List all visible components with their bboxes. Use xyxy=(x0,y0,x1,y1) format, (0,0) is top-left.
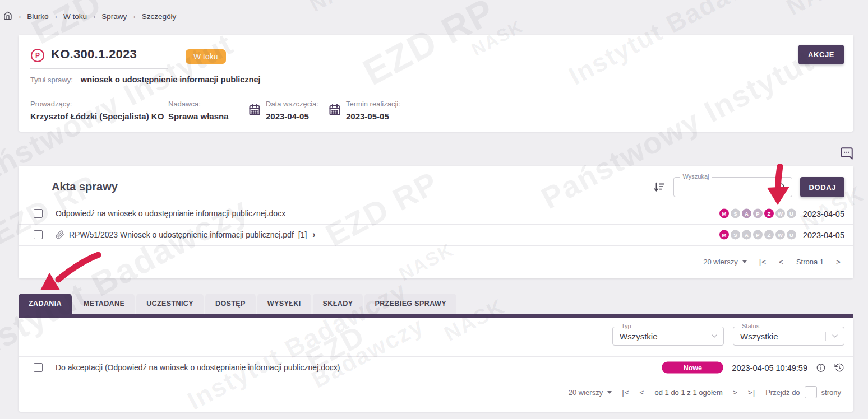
doc-status-badge-z: Z xyxy=(764,209,774,218)
task-row[interactable]: Do akceptacji (Odpowiedź na wniosek o ud… xyxy=(19,356,853,379)
field-value: 2023-04-05 xyxy=(266,111,309,121)
breadcrumb-item-biurko[interactable]: Biurko xyxy=(27,12,48,21)
doc-status-badge-s: S xyxy=(731,209,740,218)
field-label: Prowadzący: xyxy=(30,100,164,108)
type-filter-label: Typ xyxy=(618,323,634,329)
tab-przebieg-sprawy[interactable]: PRZEBIEG SPRAWY xyxy=(364,294,456,314)
history-icon[interactable] xyxy=(834,362,844,373)
next-page-button[interactable]: > xyxy=(733,388,738,397)
task-status-badge: Nowe xyxy=(662,362,723,374)
field-data-wszczecia: Data wszczęcia: 2023-04-05 xyxy=(248,100,318,122)
tab-zadania[interactable]: ZADANIA xyxy=(19,294,72,314)
breadcrumb-separator-icon: › xyxy=(55,12,57,21)
expand-attachments-icon[interactable]: › xyxy=(312,230,315,240)
add-document-button[interactable]: DODAJ xyxy=(800,177,844,197)
case-type-icon: P xyxy=(31,49,44,62)
field-value: Sprawa własna xyxy=(168,111,229,121)
field-value: 2023-05-05 xyxy=(346,111,389,121)
task-row-checkbox[interactable] xyxy=(34,363,43,372)
rows-per-page-select[interactable]: 20 wierszy xyxy=(569,388,612,397)
doc-status-badge-u: U xyxy=(787,209,796,218)
breadcrumb-item-sprawy[interactable]: Sprawy xyxy=(101,12,127,21)
info-icon[interactable] xyxy=(816,362,826,373)
file-name[interactable]: Odpowiedź na wniosek o udostępnianie inf… xyxy=(56,209,285,218)
prev-page-button[interactable]: < xyxy=(779,258,784,266)
first-page-button[interactable]: |< xyxy=(622,388,629,397)
field-nadawca: Nadawca: Sprawa własna xyxy=(168,100,229,122)
divider xyxy=(19,245,853,246)
field-label: Nadawca: xyxy=(168,100,229,108)
search-icon[interactable] xyxy=(772,182,792,192)
doc-status-badge-a: A xyxy=(742,230,751,240)
search-input[interactable] xyxy=(674,178,772,197)
file-date: 2023-04-05 xyxy=(801,230,844,239)
doc-status-badges: MSAPZWU xyxy=(719,230,796,240)
tab-metadane[interactable]: METADANE xyxy=(73,294,135,314)
breadcrumb-separator-icon: › xyxy=(133,12,135,21)
home-icon[interactable] xyxy=(3,11,12,22)
type-filter-value: Wszystkie xyxy=(613,332,705,341)
status-filter-label: Status xyxy=(739,323,762,329)
first-page-button[interactable]: |< xyxy=(759,258,767,266)
file-row-checkbox[interactable] xyxy=(34,230,43,239)
goto-page-suffix: strony xyxy=(821,388,841,397)
rows-per-page-select[interactable]: 20 wierszy xyxy=(703,258,746,266)
file-row[interactable]: Odpowiedź na wniosek o udostępnianie inf… xyxy=(19,203,853,224)
goto-page-input[interactable] xyxy=(805,386,817,398)
doc-status-badge-m: M xyxy=(719,230,729,240)
file-name[interactable]: RPW/51/2023 Wniosek o udostępnienie info… xyxy=(69,230,294,239)
case-tabs: ZADANIA METADANE UCZESTNICY DOSTĘP WYSYŁ… xyxy=(19,294,456,314)
attachment-count: [1] xyxy=(298,230,307,239)
search-label: Wyszukaj xyxy=(680,173,712,180)
tab-wysylki[interactable]: WYSYŁKI xyxy=(257,294,311,314)
rows-per-page-value: 20 wierszy xyxy=(703,258,737,266)
chevron-down-icon xyxy=(742,260,747,263)
next-page-button[interactable]: > xyxy=(836,258,841,266)
files-section-title: Akta sprawy xyxy=(52,180,118,193)
breadcrumb-item-w-toku[interactable]: W toku xyxy=(63,12,87,21)
paperclip-icon xyxy=(56,230,64,239)
chevron-down-icon[interactable] xyxy=(826,332,844,341)
watermark-text: NASK xyxy=(782,0,858,21)
field-label: Data wszczęcia: xyxy=(266,100,318,108)
divider xyxy=(19,379,853,379)
doc-status-badge-a: A xyxy=(742,209,751,218)
comments-icon[interactable] xyxy=(839,146,855,162)
doc-status-badge-z: Z xyxy=(764,230,774,240)
actions-button[interactable]: AKCJE xyxy=(798,45,844,64)
case-details-page: EZD NASK EZD RP NASK Instytut Badawczy N… xyxy=(0,0,868,419)
calendar-icon xyxy=(248,103,261,119)
file-row-checkbox[interactable] xyxy=(34,209,43,218)
doc-status-badge-p: P xyxy=(753,209,763,218)
chevron-down-icon xyxy=(607,391,612,394)
last-page-button[interactable]: >| xyxy=(748,388,755,397)
field-value: Krzysztof Łódzki (Specjalista) KO xyxy=(30,111,164,121)
rows-per-page-value: 20 wierszy xyxy=(569,388,603,397)
range-indicator: od 1 do 1 z 1 ogółem xyxy=(654,388,722,397)
chevron-down-icon[interactable] xyxy=(705,332,723,341)
file-date: 2023-04-05 xyxy=(801,209,844,218)
case-header-card: P KO.300.1.2023 W toku AKCJE Tytuł spraw… xyxy=(19,35,853,132)
doc-status-badge-s: S xyxy=(731,230,740,240)
case-title-value: wniosek o udostępnienie informacji publi… xyxy=(81,75,261,84)
tab-uczestnicy[interactable]: UCZESTNICY xyxy=(136,294,204,314)
tab-dostep[interactable]: DOSTĘP xyxy=(205,294,256,314)
status-filter-select[interactable]: Status Wszystkie xyxy=(733,327,844,346)
prev-page-button[interactable]: < xyxy=(640,388,645,397)
field-prowadzacy: Prowadzący: Krzysztof Łódzki (Specjalist… xyxy=(30,100,164,122)
sort-icon[interactable] xyxy=(653,181,666,193)
task-name[interactable]: Do akceptacji (Odpowiedź na wniosek o ud… xyxy=(56,363,340,372)
doc-status-badge-w: W xyxy=(775,230,785,240)
tab-sklady[interactable]: SKŁADY xyxy=(313,294,363,314)
type-filter-select[interactable]: Typ Wszystkie xyxy=(612,327,724,346)
files-pagination: 20 wierszy |< < Strona 1 > xyxy=(703,258,841,266)
case-number-underline xyxy=(30,68,168,69)
doc-status-badge-m: M xyxy=(719,209,729,218)
tasks-pagination: 20 wierszy |< < od 1 do 1 z 1 ogółem > >… xyxy=(569,386,841,398)
breadcrumb-separator-icon: › xyxy=(93,12,95,21)
breadcrumb-item-szczegoly: Szczegóły xyxy=(142,12,177,21)
goto-page-label: Przejdź do xyxy=(765,388,800,397)
tasks-panel: Typ Wszystkie Status Wszystkie Do akcept… xyxy=(19,318,853,412)
file-row[interactable]: RPW/51/2023 Wniosek o udostępnienie info… xyxy=(19,224,853,245)
doc-status-badge-p: P xyxy=(753,230,763,240)
